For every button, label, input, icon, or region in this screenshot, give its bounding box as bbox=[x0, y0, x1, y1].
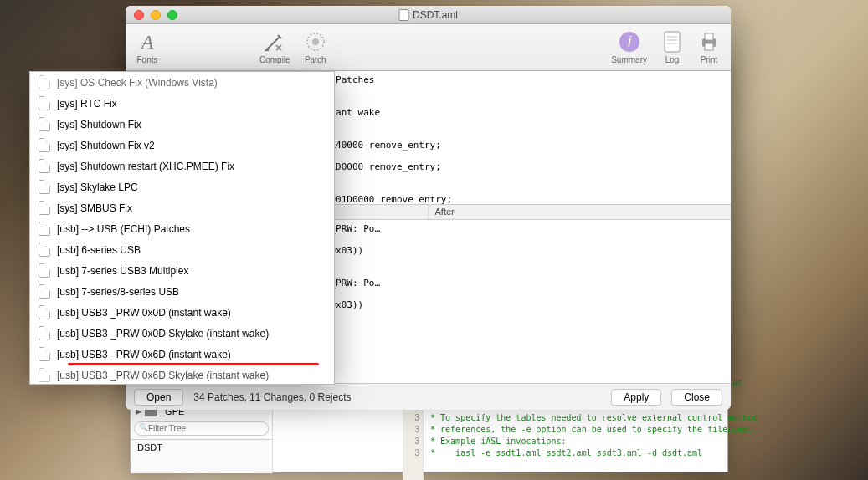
toolbar: A Fonts Compile Patch i bbox=[126, 24, 731, 71]
list-item[interactable]: [usb] 6-series USB bbox=[30, 239, 334, 260]
close-button[interactable]: Close bbox=[671, 389, 722, 406]
footer-tab-dsdt[interactable]: DSDT bbox=[131, 439, 272, 455]
file-icon bbox=[39, 138, 50, 152]
toolbar-label: Compile bbox=[259, 55, 290, 64]
highlight-underline bbox=[68, 363, 319, 365]
list-item[interactable]: [usb] USB3 _PRW 0x6D Skylake (instant wa… bbox=[30, 365, 334, 385]
minimize-button[interactable] bbox=[151, 10, 161, 20]
filter-tree-search[interactable] bbox=[134, 421, 269, 436]
after-header: After bbox=[429, 205, 461, 219]
svg-rect-10 bbox=[705, 43, 713, 50]
patch-icon bbox=[304, 30, 327, 54]
patch-button[interactable]: Patch bbox=[304, 30, 327, 64]
list-item[interactable]: [sys] Shutdown restart (XHC.PMEE) Fix bbox=[30, 156, 334, 176]
list-item[interactable]: [sys] RTC Fix bbox=[30, 93, 334, 114]
open-button[interactable]: Open bbox=[134, 389, 183, 406]
summary-button[interactable]: i Summary bbox=[611, 30, 647, 64]
svg-rect-4 bbox=[665, 32, 680, 52]
compile-button[interactable]: Compile bbox=[259, 30, 290, 64]
button-row: Open 34 Patches, 11 Changes, 0 Rejects A… bbox=[126, 383, 731, 410]
list-item[interactable]: [sys] Skylake LPC bbox=[30, 176, 334, 197]
file-icon bbox=[39, 326, 50, 340]
file-icon bbox=[39, 368, 50, 382]
apply-button[interactable]: Apply bbox=[611, 389, 661, 406]
svg-rect-9 bbox=[705, 33, 713, 40]
fonts-icon: A bbox=[136, 30, 159, 54]
patch-list[interactable]: [sys] OS Check Fix (Windows Vista) [sys]… bbox=[30, 72, 334, 385]
toolbar-label: Print bbox=[701, 55, 718, 64]
list-item[interactable]: [usb] 7-series USB3 Multiplex bbox=[30, 260, 334, 281]
traffic-lights bbox=[126, 10, 177, 20]
list-item[interactable]: [usb] USB3 _PRW 0x0D Skylake (instant wa… bbox=[30, 323, 334, 344]
compile-icon bbox=[263, 30, 286, 54]
list-item[interactable]: [sys] OS Check Fix (Windows Vista) bbox=[30, 72, 334, 93]
toolbar-label: Log bbox=[665, 55, 680, 64]
file-icon bbox=[39, 305, 50, 319]
file-icon bbox=[39, 263, 50, 278]
toolbar-label: Fonts bbox=[136, 55, 157, 64]
list-item[interactable]: [usb] 7-series/8-series USB bbox=[30, 281, 334, 302]
file-icon bbox=[39, 159, 50, 173]
log-button[interactable]: Log bbox=[660, 30, 684, 64]
filter-tree-input[interactable] bbox=[134, 421, 269, 436]
fonts-button[interactable]: A Fonts bbox=[136, 30, 159, 64]
toolbar-label: Summary bbox=[611, 55, 647, 64]
toolbar-label: Patch bbox=[305, 55, 326, 64]
list-item[interactable]: [usb] USB3 _PRW 0x6D (instant wake) bbox=[30, 344, 334, 365]
patch-list-panel: [sys] OS Check Fix (Windows Vista) [sys]… bbox=[29, 71, 335, 385]
file-icon bbox=[39, 75, 50, 89]
titlebar[interactable]: DSDT.aml bbox=[126, 6, 731, 24]
svg-point-1 bbox=[312, 38, 319, 45]
print-icon bbox=[697, 30, 721, 54]
file-icon bbox=[39, 180, 50, 194]
list-item[interactable]: [sys] Shutdown Fix bbox=[30, 114, 334, 135]
summary-icon: i bbox=[618, 30, 641, 54]
list-item[interactable]: [sys] SMBUS Fix bbox=[30, 197, 334, 218]
close-button[interactable] bbox=[134, 10, 144, 20]
list-item[interactable]: [usb] --> USB (ECHI) Patches bbox=[30, 218, 334, 239]
file-icon bbox=[39, 117, 50, 131]
file-icon bbox=[39, 222, 50, 236]
log-icon bbox=[660, 30, 684, 54]
status-text: 34 Patches, 11 Changes, 0 Rejects bbox=[193, 391, 351, 403]
file-icon bbox=[39, 243, 50, 257]
list-item[interactable]: [usb] USB3 _PRW 0x0D (instant wake) bbox=[30, 302, 334, 323]
print-button[interactable]: Print bbox=[697, 30, 721, 64]
file-icon bbox=[39, 96, 50, 110]
file-icon bbox=[39, 347, 50, 361]
list-item[interactable]: [sys] Shutdown Fix v2 bbox=[30, 135, 334, 156]
document-icon bbox=[398, 9, 408, 21]
file-icon bbox=[39, 284, 50, 299]
window-title: DSDT.aml bbox=[398, 9, 458, 21]
title-text: DSDT.aml bbox=[413, 9, 458, 21]
file-icon bbox=[39, 201, 50, 215]
maximize-button[interactable] bbox=[167, 10, 177, 20]
